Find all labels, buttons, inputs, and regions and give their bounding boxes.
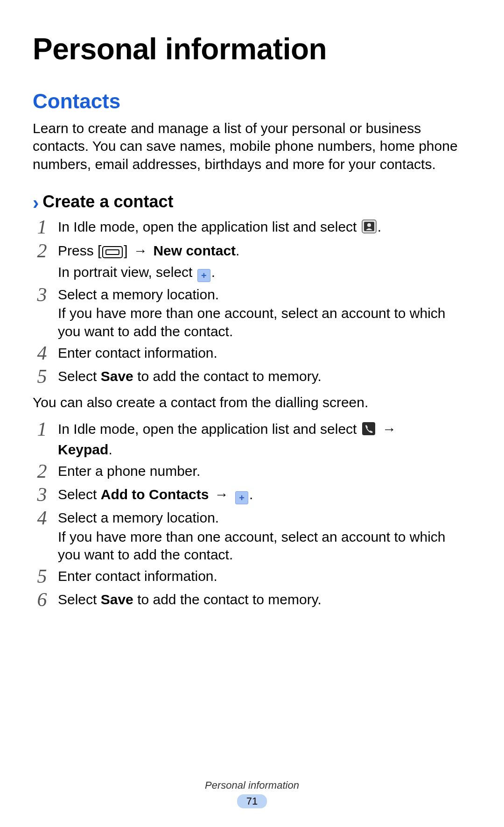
manual-page: Personal information Contacts Learn to c…: [0, 0, 504, 827]
arrow-icon: →: [382, 421, 396, 437]
step-row: 6 Select Save to add the contact to memo…: [33, 591, 471, 610]
step-text: Select: [58, 487, 101, 502]
step-number: 1: [33, 217, 51, 237]
step-row: 1 In Idle mode, open the application lis…: [33, 420, 471, 459]
mid-paragraph: You can also create a contact from the d…: [33, 394, 471, 411]
steps-create-idle: 1 In Idle mode, open the application lis…: [33, 218, 471, 387]
step-body: Enter contact information.: [58, 344, 471, 362]
step-number: 5: [33, 367, 51, 386]
step-text: Select: [58, 368, 101, 384]
step-row: 1 In Idle mode, open the application lis…: [33, 218, 471, 238]
step-text: to add the contact to memory.: [133, 592, 322, 607]
step-row: 4 Select a memory location. If you have …: [33, 509, 471, 564]
step-text-end: .: [236, 243, 239, 258]
step-body: Select a memory location. If you have mo…: [58, 509, 471, 564]
step-number: 4: [33, 508, 51, 528]
chevron-icon: ›: [33, 193, 39, 212]
step-text: ]: [124, 243, 132, 258]
svg-point-2: [367, 223, 371, 227]
step-number: 6: [33, 590, 51, 609]
step-text: Select: [58, 592, 101, 607]
sub-heading-create-contact: › Create a contact: [33, 192, 471, 212]
step-body: In Idle mode, open the application list …: [58, 420, 471, 459]
step-body: Press [ ] → New contact. In portrait vie…: [58, 242, 471, 282]
step-text: Select a memory location.: [58, 510, 219, 525]
step-number: 3: [33, 285, 51, 304]
step-subline: If you have more than one account, selec…: [58, 304, 471, 340]
step-body: Enter a phone number.: [58, 462, 471, 480]
plus-icon: +: [197, 269, 210, 282]
arrow-icon: →: [215, 487, 229, 502]
step-text: In Idle mode, open the application list …: [58, 421, 361, 437]
step-text-end: .: [378, 219, 381, 234]
step-text: Press [: [58, 243, 101, 258]
step-number: 4: [33, 343, 51, 363]
arrow-icon: →: [133, 243, 147, 258]
step-row: 4 Enter contact information.: [33, 344, 471, 364]
step-bold: Save: [101, 592, 133, 607]
step-body: Enter contact information.: [58, 567, 471, 585]
step-bold: Keypad: [58, 442, 108, 457]
step-text-end: .: [249, 487, 253, 502]
step-body: Select Add to Contacts → +.: [58, 486, 471, 504]
step-text: In portrait view, select: [58, 264, 196, 280]
step-row: 5 Select Save to add the contact to memo…: [33, 368, 471, 387]
svg-rect-5: [362, 422, 375, 435]
step-bold: New contact: [153, 243, 236, 258]
step-text: In Idle mode, open the application list …: [58, 219, 361, 234]
step-number: 2: [33, 461, 51, 481]
step-body: Select Save to add the contact to memory…: [58, 368, 471, 385]
page-footer: Personal information 71: [0, 779, 504, 808]
page-number: 71: [237, 794, 267, 808]
step-body: Select a memory location. If you have mo…: [58, 286, 471, 340]
contacts-icon: [362, 219, 377, 238]
step-number: 2: [33, 241, 51, 261]
step-text: Select a memory location.: [58, 287, 219, 302]
page-title: Personal information: [33, 32, 471, 66]
menu-button-icon: [102, 245, 123, 262]
footer-section-name: Personal information: [0, 779, 504, 792]
step-body: Select Save to add the contact to memory…: [58, 591, 471, 608]
svg-rect-4: [106, 250, 119, 254]
phone-icon: [362, 422, 376, 440]
step-row: 5 Enter contact information.: [33, 567, 471, 587]
step-row: 2 Enter a phone number.: [33, 462, 471, 482]
step-body: In Idle mode, open the application list …: [58, 218, 471, 238]
step-number: 3: [33, 485, 51, 504]
step-row: 2 Press [ ] → New contact. In portrait v…: [33, 242, 471, 282]
step-subline: Keypad.: [58, 441, 471, 459]
plus-icon: +: [235, 491, 248, 504]
step-text-end: .: [108, 442, 112, 457]
step-row: 3 Select a memory location. If you have …: [33, 286, 471, 340]
section-intro: Learn to create and manage a list of you…: [33, 120, 471, 173]
step-bold: Add to Contacts: [101, 487, 209, 502]
step-text-end: .: [211, 264, 215, 280]
step-bold: Save: [101, 368, 133, 384]
step-row: 3 Select Add to Contacts → +.: [33, 486, 471, 505]
step-number: 1: [33, 419, 51, 439]
step-subline: If you have more than one account, selec…: [58, 528, 471, 564]
section-title-contacts: Contacts: [33, 90, 471, 113]
step-text: to add the contact to memory.: [133, 368, 322, 384]
step-subline: In portrait view, select +.: [58, 263, 471, 282]
step-number: 5: [33, 566, 51, 586]
steps-create-dialler: 1 In Idle mode, open the application lis…: [33, 420, 471, 611]
sub-heading-text: Create a contact: [42, 192, 173, 212]
